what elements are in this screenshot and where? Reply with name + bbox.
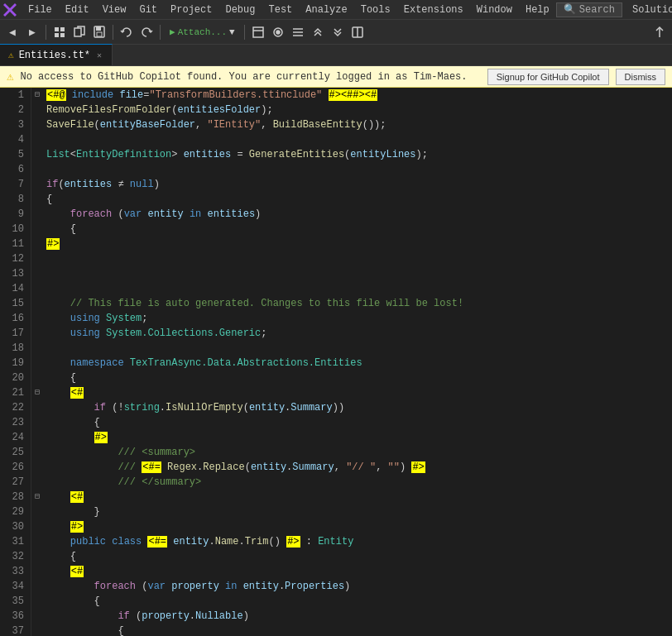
toolbtn-10[interactable]	[348, 23, 367, 41]
line-content: // This file is auto generated. Changes …	[46, 296, 463, 311]
menu-window[interactable]: Window	[470, 0, 519, 20]
code-line: {	[35, 594, 669, 609]
menu-help[interactable]: Help	[519, 0, 556, 20]
new-project-button[interactable]	[50, 23, 69, 41]
toolbar: ◀ ▶ ▶ Attach... ▼	[0, 20, 672, 45]
notification-icon: ⚠	[7, 69, 13, 84]
line-number: 19	[7, 356, 24, 371]
code-line	[35, 266, 669, 281]
code-line: {	[35, 549, 669, 564]
menu-debug[interactable]: Debug	[218, 0, 262, 20]
svg-rect-2	[60, 27, 65, 31]
toolbtn-6[interactable]	[269, 23, 287, 41]
code-line: /// <#= Regex.Replace(entity.Summary, "/…	[35, 460, 669, 475]
tabbar: ⚠ Entities.tt* ✕	[0, 45, 672, 66]
line-number: 24	[7, 430, 24, 445]
back-button[interactable]: ◀	[3, 23, 22, 41]
fold-icon[interactable]: ⊟	[35, 490, 46, 504]
line-number: 16	[7, 311, 24, 326]
svg-rect-9	[253, 27, 263, 37]
fold-icon[interactable]: ⊟	[35, 88, 46, 103]
toolbtn-5[interactable]	[249, 23, 267, 41]
code-line: if(entities ≠ null)	[35, 177, 669, 192]
line-content: }	[46, 504, 100, 519]
code-line: {	[35, 192, 669, 207]
line-content: using System;	[46, 311, 147, 326]
svg-rect-3	[55, 33, 59, 37]
open-file-button[interactable]	[70, 23, 89, 41]
undo-button[interactable]	[118, 23, 136, 41]
svg-rect-4	[60, 33, 65, 37]
save-button[interactable]	[90, 23, 108, 41]
line-content: if (!string.IsNullOrEmpty(entity.Summary…	[46, 400, 344, 415]
svg-marker-0	[3, 3, 17, 17]
line-content: {	[46, 371, 76, 385]
line-number: 15	[7, 296, 24, 311]
line-number: 7	[7, 177, 24, 192]
code-line: SaveFile(entityBaseFolder, "IEntity", Bu…	[35, 117, 669, 132]
menu-git[interactable]: Git	[132, 0, 164, 20]
code-line	[35, 162, 669, 177]
code-line: // This file is auto generated. Changes …	[35, 296, 669, 311]
line-content: if (property.Nullable)	[46, 609, 249, 624]
menu-file[interactable]: File	[22, 0, 59, 20]
toolbtn-8[interactable]	[309, 23, 327, 41]
code-line: public class <#= entity.Name.Trim() #> :…	[35, 534, 669, 549]
line-number: 8	[7, 192, 24, 207]
menu-tools[interactable]: Tools	[354, 0, 397, 20]
menu-view[interactable]: View	[96, 0, 133, 20]
line-content: /// </summary>	[46, 475, 201, 490]
line-content: <#	[46, 490, 84, 504]
forward-button[interactable]: ▶	[23, 23, 41, 41]
tab-close-button[interactable]: ✕	[95, 50, 103, 61]
redo-button[interactable]	[137, 23, 156, 41]
line-number: 21	[7, 385, 24, 400]
code-line: namespace TexTranAsync.Data.Abstractions…	[35, 356, 669, 371]
line-number: 29	[7, 504, 24, 519]
code-line: foreach (var entity in entities)	[35, 207, 669, 222]
line-content: SaveFile(entityBaseFolder, "IEntity", Bu…	[46, 117, 386, 132]
dismiss-button[interactable]: Dismiss	[616, 69, 666, 85]
attach-dropdown-icon[interactable]: ▼	[229, 27, 235, 37]
pin-button[interactable]	[650, 23, 669, 41]
line-number: 17	[7, 326, 24, 341]
attach-label: Attach...	[178, 27, 227, 37]
menu-project[interactable]: Project	[164, 0, 218, 20]
signup-copilot-button[interactable]: Signup for GitHub Copilot	[487, 69, 609, 85]
toolbtn-9[interactable]	[329, 23, 347, 41]
line-number: 18	[7, 341, 24, 356]
code-line: /// <summary>	[35, 445, 669, 460]
line-number: 10	[7, 222, 24, 237]
line-content: foreach (var property in entity.Properti…	[46, 579, 350, 594]
forward-icon: ▶	[29, 26, 36, 39]
line-number: 27	[7, 475, 24, 490]
separator-3	[160, 25, 161, 40]
code-line: RemoveFilesFromFolder(entitiesFolder);	[35, 103, 669, 117]
start-button[interactable]: ▶ Attach... ▼	[165, 23, 240, 41]
code-content[interactable]: ⊟<#@ include file="TransformBuilders.tti…	[31, 88, 672, 636]
menu-test[interactable]: Test	[262, 0, 299, 20]
code-line: }	[35, 504, 669, 519]
line-content: #>	[46, 519, 84, 534]
app-logo	[3, 2, 17, 17]
menu-edit[interactable]: Edit	[59, 0, 96, 20]
code-line: {	[35, 415, 669, 430]
code-line: #>	[35, 237, 669, 251]
line-content: using System.Collections.Generic;	[46, 326, 266, 341]
menu-analyze[interactable]: Analyze	[299, 0, 353, 20]
search-box[interactable]: 🔍 Search	[556, 2, 622, 17]
line-content: {	[46, 415, 100, 430]
line-numbers: 1234567891011121314151617181920212223242…	[0, 88, 31, 636]
separator-2	[113, 25, 113, 40]
back-icon: ◀	[9, 26, 16, 39]
line-content: {	[46, 192, 52, 207]
fold-icon[interactable]: ⊟	[35, 385, 46, 400]
menu-extensions[interactable]: Extensions	[397, 0, 470, 20]
toolbtn-7[interactable]	[289, 23, 307, 41]
line-content: /// <#= Regex.Replace(entity.Summary, "/…	[46, 460, 425, 475]
tab-entities[interactable]: ⚠ Entities.tt* ✕	[0, 44, 113, 65]
code-line: using System;	[35, 311, 669, 326]
code-line: if (!string.IsNullOrEmpty(entity.Summary…	[35, 400, 669, 415]
line-content: if(entities ≠ null)	[46, 177, 160, 192]
svg-rect-5	[74, 28, 81, 36]
